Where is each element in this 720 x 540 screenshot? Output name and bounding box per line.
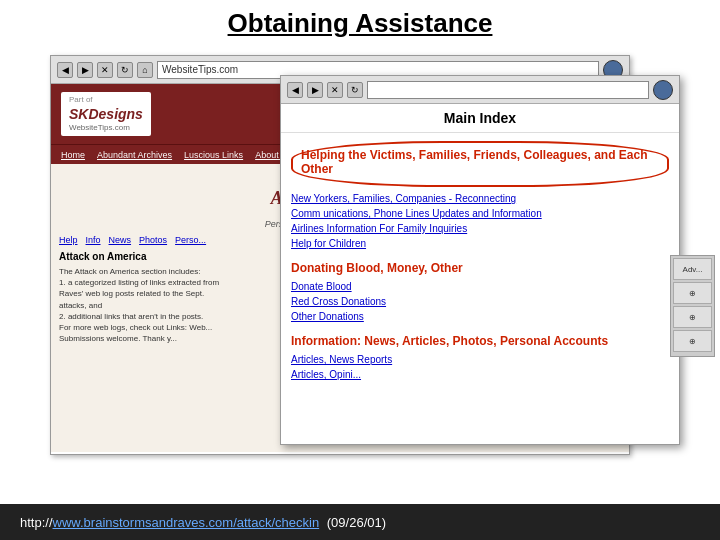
page-title: Obtaining Assistance — [0, 0, 720, 45]
home-button[interactable]: ⌂ — [137, 62, 153, 78]
refresh-button[interactable]: ↻ — [117, 62, 133, 78]
nav-links[interactable]: Luscious Links — [184, 150, 243, 160]
url-prefix: http:// — [20, 515, 53, 530]
part-of-label: Part of — [69, 95, 143, 105]
right-icon-3[interactable]: ⊕ — [673, 330, 712, 352]
content-nav-perso[interactable]: Perso... — [175, 235, 206, 245]
back-button[interactable]: ◀ — [57, 62, 73, 78]
right-icon-1[interactable]: ⊕ — [673, 282, 712, 304]
main-index-header: Main Index — [281, 104, 679, 133]
section1-link-3[interactable]: Help for Children — [291, 236, 669, 251]
browser-window-front: ◀ ▶ ✕ ↻ Main Index Helping the Victims, … — [280, 75, 680, 445]
browsers-container: ◀ ▶ ✕ ↻ ⌂ Part of SKDesigns WebsiteTips.… — [0, 45, 720, 525]
browser-toolbar-front: ◀ ▶ ✕ ↻ — [281, 76, 679, 104]
nav-home[interactable]: Home — [61, 150, 85, 160]
site-logo-name: SKDesigns — [69, 105, 143, 123]
section1-title: Helping the Victims, Families, Friends, … — [301, 148, 659, 176]
section2-link-2[interactable]: Other Donations — [291, 309, 669, 324]
section3-title: Information: News, Articles, Photos, Per… — [291, 334, 669, 348]
stop-button-front[interactable]: ✕ — [327, 82, 343, 98]
content-nav-news[interactable]: News — [109, 235, 132, 245]
content-nav-help[interactable]: Help — [59, 235, 78, 245]
section3-link-0[interactable]: Articles, News Reports — [291, 352, 669, 367]
right-icons-panel: Adv... ⊕ ⊕ ⊕ — [670, 255, 715, 357]
url-bar-front[interactable] — [367, 81, 649, 99]
content-nav-info[interactable]: Info — [86, 235, 101, 245]
forward-button[interactable]: ▶ — [77, 62, 93, 78]
index-section-1: Helping the Victims, Families, Friends, … — [291, 141, 669, 251]
stop-button[interactable]: ✕ — [97, 62, 113, 78]
section1-link-2[interactable]: Airlines Information For Family Inquirie… — [291, 221, 669, 236]
site-logo-sub: WebsiteTips.com — [69, 123, 143, 133]
index-section-2: Donating Blood, Money, Other Donate Bloo… — [291, 261, 669, 324]
bottom-url-text: http://www.brainstormsandraves.com/attac… — [20, 515, 386, 530]
refresh-button-front[interactable]: ↻ — [347, 82, 363, 98]
right-icon-2[interactable]: ⊕ — [673, 306, 712, 328]
forward-button-front[interactable]: ▶ — [307, 82, 323, 98]
section1-link-0[interactable]: New Yorkers, Families, Companies - Recon… — [291, 191, 669, 206]
section2-title: Donating Blood, Money, Other — [291, 261, 669, 275]
section3-link-1[interactable]: Articles, Opini... — [291, 367, 669, 382]
back-button-front[interactable]: ◀ — [287, 82, 303, 98]
bottom-date: (09/26/01) — [327, 515, 386, 530]
url-link[interactable]: www.brainstormsandraves.com/attack/check… — [53, 515, 320, 530]
content-nav-photos[interactable]: Photos — [139, 235, 167, 245]
browser-go-icon-front[interactable] — [653, 80, 673, 100]
nav-archives[interactable]: Abundant Archives — [97, 150, 172, 160]
section2-link-0[interactable]: Donate Blood — [291, 279, 669, 294]
section1-link-1[interactable]: Comm unications, Phone Lines Updates and… — [291, 206, 669, 221]
index-section-3: Information: News, Articles, Photos, Per… — [291, 334, 669, 382]
section2-link-1[interactable]: Red Cross Donations — [291, 294, 669, 309]
bottom-bar: http://www.brainstormsandraves.com/attac… — [0, 504, 720, 540]
right-icon-adv[interactable]: Adv... — [673, 258, 712, 280]
site-logo: Part of SKDesigns WebsiteTips.com — [61, 92, 151, 137]
main-index-content: Helping the Victims, Families, Friends, … — [281, 133, 679, 433]
